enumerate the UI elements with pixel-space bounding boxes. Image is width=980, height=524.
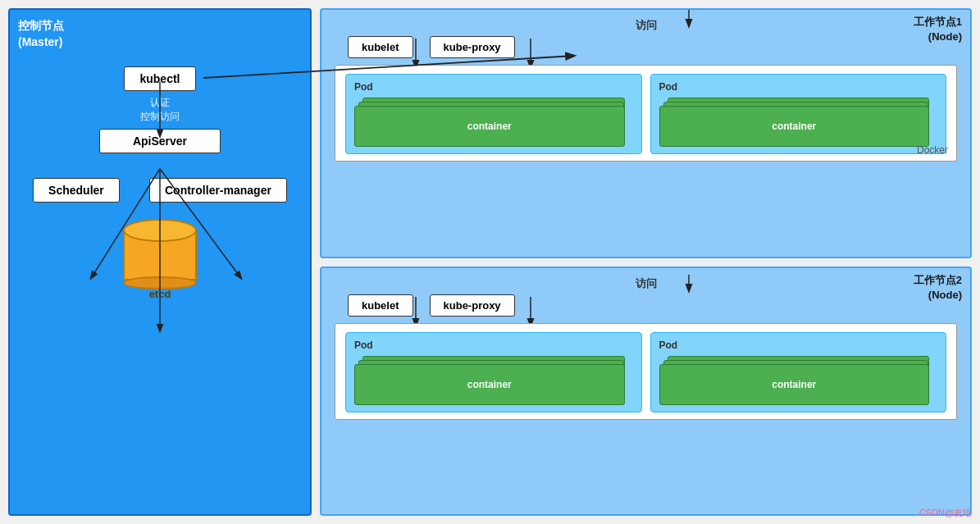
worker2-pod2-label: Pod (659, 339, 938, 351)
main-container: 控制节点 (Master) kubectl 认证 控制访问 ApiServer … (0, 0, 980, 524)
kubectl-box: kubectl (124, 66, 195, 91)
apiserver-box: ApiServer (99, 129, 221, 153)
worker2-kubelet: kubelet (348, 294, 413, 317)
etcd-bottom-ellipse (123, 276, 197, 289)
worker2-top-row: kubelet kube-proxy (331, 294, 960, 317)
etcd-label: etcd (149, 288, 171, 300)
watermark: CSDN@友培 (919, 507, 972, 519)
worker1-pods-area: Pod container Pod container (335, 65, 957, 162)
scheduler-box: Scheduler (33, 178, 120, 203)
worker1-pod1-label: Pod (354, 81, 633, 93)
worker2-pod2-stack: container (659, 356, 938, 405)
worker1-access: 访问 (331, 18, 960, 33)
worker2-access: 访问 (331, 276, 960, 291)
worker1-pod2-container: container (659, 106, 930, 147)
master-node: 控制节点 (Master) kubectl 认证 控制访问 ApiServer … (8, 8, 312, 516)
etcd-cylinder (123, 219, 197, 285)
worker2-pod2: Pod container (650, 332, 947, 412)
worker1-pod2-stack: container (659, 98, 938, 147)
auth-label: 认证 控制访问 (18, 96, 302, 124)
worker2-pod1: Pod container (345, 332, 642, 412)
worker1-pod1: Pod container (345, 74, 642, 154)
worker1-kubeproxy: kube-proxy (430, 36, 515, 58)
worker2-pod2-container: container (659, 364, 930, 405)
etcd-top (123, 219, 197, 242)
worker2-label: 工作节点2 (Node) (914, 273, 962, 303)
worker2-pod1-label: Pod (354, 339, 633, 351)
worker1-kubelet: kubelet (348, 36, 413, 58)
worker1-pod2: Pod container (650, 74, 947, 154)
right-panel: 工作节点1 (Node) 访问 kubelet kube-proxy (320, 8, 972, 516)
docker-label: Docker (917, 144, 948, 156)
etcd-wrap: etcd (123, 219, 197, 300)
worker1-pod2-label: Pod (659, 81, 938, 93)
worker2-kubeproxy: kube-proxy (430, 294, 515, 317)
worker-node-2: 工作节点2 (Node) 访问 kubelet kube-proxy (320, 267, 972, 517)
worker1-pod1-container: container (354, 106, 625, 147)
worker2-pods-area: Pod container Pod container (335, 323, 957, 420)
worker1-label: 工作节点1 (Node) (914, 15, 962, 44)
worker2-pod1-container: container (354, 364, 625, 405)
master-node-label: 控制节点 (Master) (18, 18, 302, 50)
worker-node-1: 工作节点1 (Node) 访问 kubelet kube-proxy (320, 8, 972, 258)
branches-row: Scheduler Controller-manager (18, 178, 302, 203)
worker1-pod1-stack: container (354, 98, 633, 147)
etcd-container: etcd (18, 219, 302, 300)
controller-box: Controller-manager (149, 178, 287, 203)
worker1-top-row: kubelet kube-proxy (331, 36, 960, 58)
worker2-pod1-stack: container (354, 356, 633, 405)
